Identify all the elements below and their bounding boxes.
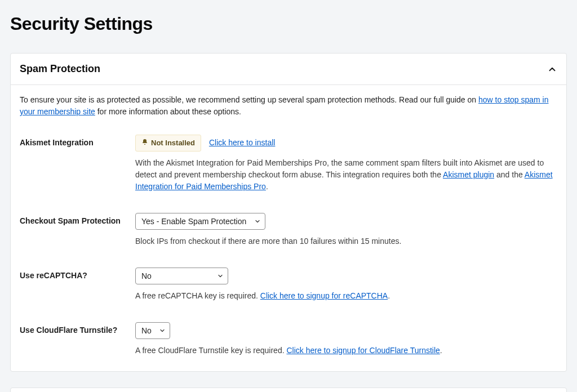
akismet-install-link[interactable]: Click here to install — [209, 138, 276, 147]
checkout-spam-select-wrap: Yes - Enable Spam Protection — [135, 213, 265, 230]
checkout-spam-desc: Block IPs from checkout if there are mor… — [135, 235, 557, 247]
akismet-label: Akismet Integration — [20, 135, 135, 193]
turnstile-content: No A free CloudFlare Turnstile key is re… — [135, 322, 557, 357]
turnstile-select[interactable]: No — [135, 322, 170, 339]
spam-protection-header[interactable]: Spam Protection — [11, 54, 566, 85]
turnstile-desc-post: . — [440, 346, 442, 355]
akismet-plugin-link[interactable]: Akismet plugin — [443, 170, 494, 179]
recaptcha-desc-post: . — [388, 291, 390, 300]
turnstile-desc: A free CloudFlare Turnstile key is requi… — [135, 345, 557, 357]
turnstile-select-wrap: No — [135, 322, 170, 339]
spam-protection-panel: Spam Protection To ensure your site is a… — [10, 53, 567, 372]
akismet-content: Not Installed Click here to install With… — [135, 135, 557, 193]
checkout-spam-content: Yes - Enable Spam Protection Block IPs f… — [135, 213, 557, 247]
checkout-spam-select[interactable]: Yes - Enable Spam Protection — [135, 213, 265, 230]
recaptcha-content: No A free reCAPTCHA key is required. Cli… — [135, 268, 557, 302]
akismet-desc-post: . — [266, 182, 268, 191]
recaptcha-row: Use reCAPTCHA? No A free reCAPTCHA key i… — [20, 268, 557, 302]
turnstile-signup-link[interactable]: Click here to signup for CloudFlare Turn… — [286, 346, 440, 355]
checkout-spam-label: Checkout Spam Protection — [20, 213, 135, 247]
recaptcha-desc-pre: A free reCAPTCHA key is required. — [135, 291, 260, 300]
recaptcha-label: Use reCAPTCHA? — [20, 268, 135, 302]
spam-protection-title: Spam Protection — [20, 61, 100, 77]
spam-intro-text-post: for more information about these options… — [95, 107, 241, 116]
akismet-desc: With the Akismet Integration for Paid Me… — [135, 157, 557, 193]
turnstile-row: Use CloudFlare Turnstile? No A free Clou… — [20, 322, 557, 357]
bell-icon — [141, 137, 148, 149]
recaptcha-desc: A free reCAPTCHA key is required. Click … — [135, 290, 557, 302]
page-title: Security Settings — [10, 10, 567, 37]
recaptcha-select[interactable]: No — [135, 268, 228, 284]
akismet-desc-mid: and the — [494, 170, 525, 179]
https-settings-panel: HTTPS Settings — [10, 387, 567, 393]
turnstile-label: Use CloudFlare Turnstile? — [20, 322, 135, 357]
not-installed-text: Not Installed — [151, 137, 195, 149]
spam-intro: To ensure your site is as protected as p… — [20, 94, 557, 118]
recaptcha-select-wrap: No — [135, 268, 228, 284]
spam-protection-body: To ensure your site is as protected as p… — [11, 85, 566, 371]
spam-intro-text-pre: To ensure your site is as protected as p… — [20, 95, 478, 104]
turnstile-desc-pre: A free CloudFlare Turnstile key is requi… — [135, 346, 286, 355]
akismet-row: Akismet Integration Not Installed Click … — [20, 135, 557, 193]
not-installed-badge: Not Installed — [135, 135, 201, 152]
checkout-spam-row: Checkout Spam Protection Yes - Enable Sp… — [20, 213, 557, 247]
chevron-up-icon — [547, 64, 557, 74]
recaptcha-signup-link[interactable]: Click here to signup for reCAPTCHA — [260, 291, 388, 300]
https-settings-header[interactable]: HTTPS Settings — [11, 388, 566, 393]
